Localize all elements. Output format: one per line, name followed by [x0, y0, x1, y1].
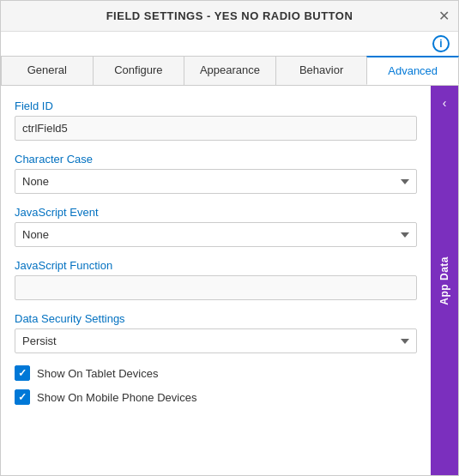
dialog: FIELD SETTINGS - YES NO RADIO BUTTON ✕ i…	[0, 0, 459, 476]
tab-general[interactable]: General	[1, 56, 94, 85]
javascript-function-input[interactable]	[15, 275, 417, 300]
title-bar: FIELD SETTINGS - YES NO RADIO BUTTON ✕	[1, 1, 458, 32]
data-security-select[interactable]: Persist Session None	[15, 328, 417, 353]
tab-advanced[interactable]: Advanced	[366, 56, 459, 85]
javascript-event-label: JavaScript Event	[15, 206, 417, 219]
mobile-checkbox[interactable]	[15, 389, 30, 405]
dialog-title: FIELD SETTINGS - YES NO RADIO BUTTON	[106, 9, 353, 22]
javascript-function-label: JavaScript Function	[15, 259, 417, 272]
close-button[interactable]: ✕	[438, 9, 450, 23]
tabs-bar: General Configure Appearance Behavior Ad…	[1, 56, 458, 86]
data-security-label: Data Security Settings	[15, 312, 417, 325]
tablet-checkbox-label: Show On Tablet Devices	[37, 367, 158, 380]
main-content: Field ID Character Case None Upper Lower…	[1, 86, 431, 475]
javascript-function-group: JavaScript Function	[15, 259, 417, 300]
javascript-event-select[interactable]: None OnChange OnClick OnFocus OnBlur	[15, 222, 417, 247]
mobile-checkbox-row: Show On Mobile Phone Devices	[15, 389, 417, 405]
info-row: i	[1, 32, 458, 56]
field-id-label: Field ID	[15, 99, 417, 112]
app-data-label: App Data	[438, 256, 450, 305]
info-icon[interactable]: i	[432, 35, 450, 52]
content-area: Field ID Character Case None Upper Lower…	[1, 86, 458, 475]
character-case-label: Character Case	[15, 153, 417, 166]
tablet-checkbox[interactable]	[15, 365, 30, 381]
javascript-event-group: JavaScript Event None OnChange OnClick O…	[15, 206, 417, 247]
character-case-group: Character Case None Upper Lower Title	[15, 153, 417, 194]
field-id-group: Field ID	[15, 99, 417, 141]
tab-configure[interactable]: Configure	[93, 56, 185, 85]
app-data-sidebar[interactable]: ‹ App Data	[431, 86, 458, 475]
tab-appearance[interactable]: Appearance	[184, 56, 276, 85]
data-security-group: Data Security Settings Persist Session N…	[15, 312, 417, 353]
field-id-input[interactable]	[15, 116, 417, 141]
chevron-left-icon: ‹	[443, 96, 447, 110]
tablet-checkbox-row: Show On Tablet Devices	[15, 365, 417, 381]
mobile-checkbox-label: Show On Mobile Phone Devices	[37, 391, 196, 404]
character-case-select[interactable]: None Upper Lower Title	[15, 169, 417, 194]
tab-behavior[interactable]: Behavior	[275, 56, 368, 85]
